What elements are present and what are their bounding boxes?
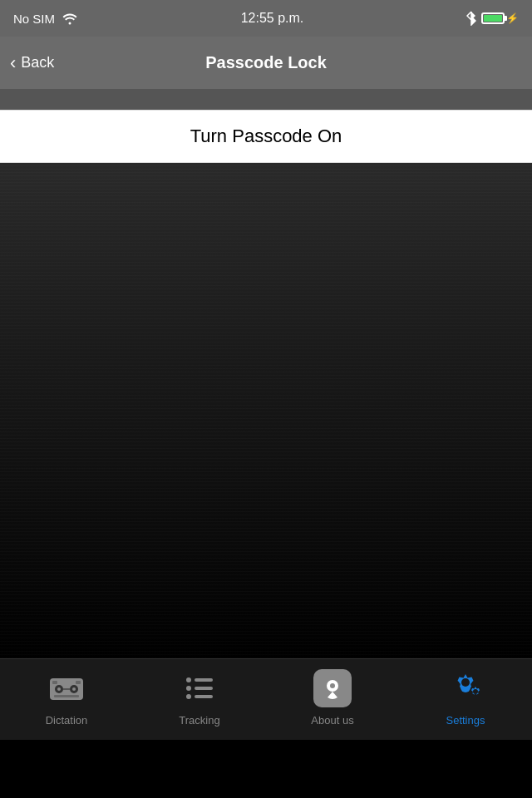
page-title: Passcode Lock bbox=[205, 53, 327, 72]
dictation-icon bbox=[46, 667, 87, 709]
svg-rect-11 bbox=[195, 687, 213, 690]
back-label: Back bbox=[21, 54, 54, 71]
svg-point-17 bbox=[461, 678, 470, 687]
svg-rect-9 bbox=[195, 678, 213, 682]
svg-point-10 bbox=[186, 686, 191, 691]
svg-rect-5 bbox=[54, 695, 79, 697]
about-us-tab-label: About us bbox=[311, 714, 353, 727]
svg-point-8 bbox=[186, 677, 191, 682]
svg-rect-7 bbox=[76, 681, 81, 684]
status-bar: No SIM 12:55 p.m. ⚡ bbox=[0, 0, 532, 37]
back-chevron-icon: ‹ bbox=[10, 54, 16, 72]
svg-rect-13 bbox=[195, 695, 213, 698]
carrier-label: No SIM bbox=[13, 12, 55, 26]
svg-point-12 bbox=[186, 694, 191, 699]
svg-rect-6 bbox=[52, 681, 57, 684]
svg-point-4 bbox=[72, 687, 76, 691]
navigation-bar: ‹ Back Passcode Lock bbox=[0, 37, 532, 90]
status-right: ⚡ bbox=[466, 11, 519, 26]
tab-dictation[interactable]: Dictation bbox=[0, 667, 133, 727]
tab-settings[interactable]: Settings bbox=[399, 667, 532, 727]
svg-point-3 bbox=[57, 687, 61, 691]
dictation-tab-label: Dictation bbox=[46, 714, 88, 727]
about-us-icon bbox=[312, 667, 353, 709]
settings-tab-label: Settings bbox=[446, 714, 485, 727]
wifi-icon bbox=[62, 12, 78, 25]
tracking-icon bbox=[179, 667, 220, 709]
tab-about-us[interactable]: About us bbox=[266, 667, 399, 727]
tab-tracking[interactable]: Tracking bbox=[133, 667, 266, 727]
dark-background bbox=[0, 163, 532, 658]
tab-bar: Dictation Tracking bbox=[0, 658, 532, 740]
bluetooth-icon bbox=[466, 11, 476, 26]
tracking-tab-label: Tracking bbox=[179, 714, 219, 727]
turn-passcode-on-row[interactable]: Turn Passcode On bbox=[0, 110, 532, 163]
time-label: 12:55 p.m. bbox=[241, 11, 304, 26]
battery-indicator: ⚡ bbox=[481, 12, 519, 24]
svg-point-15 bbox=[330, 683, 335, 688]
charging-icon: ⚡ bbox=[506, 12, 519, 24]
back-button[interactable]: ‹ Back bbox=[10, 54, 54, 72]
separator-area bbox=[0, 90, 532, 110]
turn-passcode-on-label: Turn Passcode On bbox=[190, 126, 342, 147]
settings-icon bbox=[445, 667, 486, 709]
status-left: No SIM bbox=[13, 12, 78, 26]
svg-point-18 bbox=[473, 689, 478, 694]
